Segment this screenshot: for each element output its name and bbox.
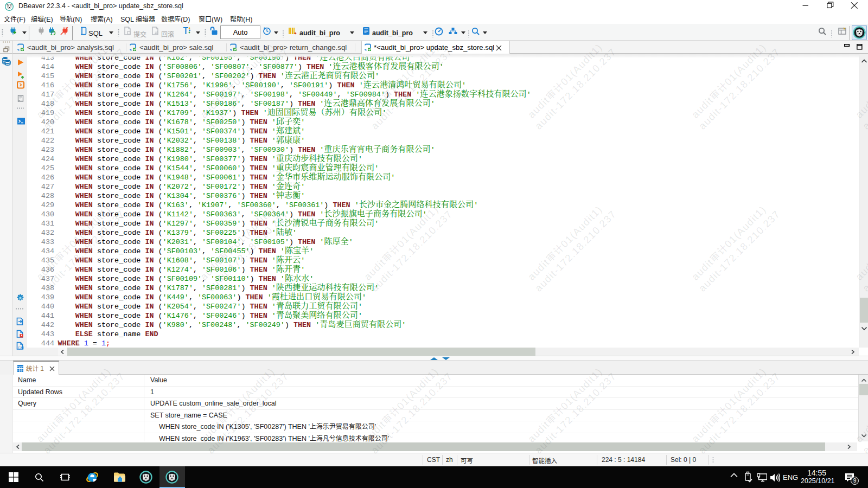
svg-text:(x): (x) [18, 346, 24, 350]
